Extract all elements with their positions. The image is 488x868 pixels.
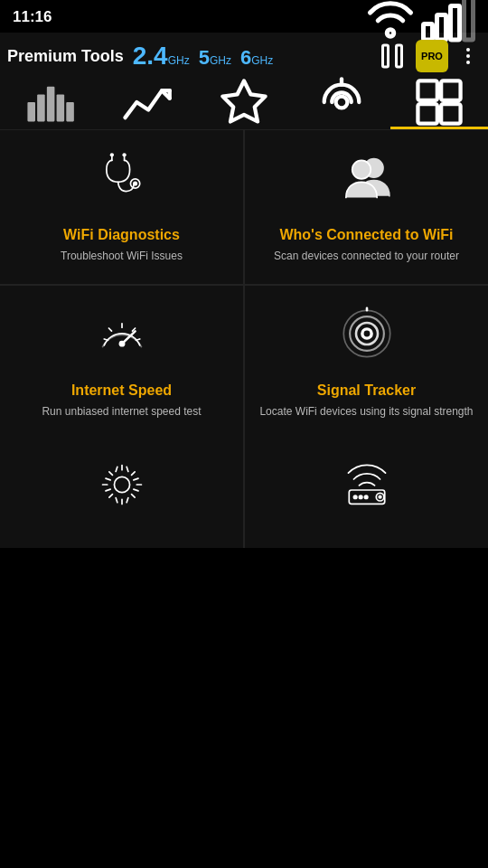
svg-point-21 bbox=[133, 182, 136, 184]
svg-rect-2 bbox=[451, 6, 460, 41]
tab-radar[interactable] bbox=[293, 80, 390, 129]
wifi-diagnostics-cell[interactable]: WiFi Diagnostics Troubleshoot WiFi Issue… bbox=[0, 130, 243, 284]
more-button[interactable] bbox=[455, 40, 481, 72]
app-title: Premium Tools bbox=[7, 47, 124, 66]
svg-point-45 bbox=[359, 495, 361, 498]
svg-rect-18 bbox=[418, 104, 436, 123]
svg-rect-3 bbox=[465, 0, 474, 40]
star-icon bbox=[217, 75, 271, 135]
svg-rect-10 bbox=[66, 102, 74, 121]
svg-point-24 bbox=[109, 153, 113, 156]
router-settings-cell[interactable] bbox=[245, 439, 488, 548]
internet-speed-desc: Run unbiased internet speed test bbox=[42, 404, 201, 420]
svg-rect-17 bbox=[441, 80, 460, 99]
speedometer-icon bbox=[95, 307, 149, 369]
status-bar: 11:16 bbox=[0, 0, 488, 33]
freq-2-4: 2.4 GHz bbox=[133, 43, 190, 69]
signal-tracker-cell[interactable]: Signal Tracker Locate WiFi devices using… bbox=[245, 286, 488, 439]
wifi-diagnostics-title: WiFi Diagnostics bbox=[63, 226, 180, 243]
trend-icon bbox=[119, 75, 174, 135]
freq-6-num: 6 bbox=[240, 46, 251, 70]
svg-point-43 bbox=[378, 495, 381, 499]
people-icon bbox=[340, 151, 394, 213]
pause-icon bbox=[376, 29, 408, 83]
whos-connected-desc: Scan devices connected to your router bbox=[274, 249, 459, 264]
svg-rect-19 bbox=[441, 104, 460, 123]
freq-2-4-unit: GHz bbox=[168, 54, 190, 67]
svg-point-44 bbox=[353, 495, 356, 498]
settings-cell[interactable] bbox=[0, 439, 243, 548]
router-gear-icon bbox=[340, 458, 394, 515]
freq-5-unit: GHz bbox=[210, 54, 231, 67]
svg-line-29 bbox=[108, 328, 111, 331]
radar-icon bbox=[314, 75, 369, 135]
svg-rect-4 bbox=[383, 45, 389, 67]
more-dot-2 bbox=[466, 54, 470, 58]
main-grid: WiFi Diagnostics Troubleshoot WiFi Issue… bbox=[0, 130, 488, 439]
signal-status-icon bbox=[421, 0, 475, 44]
nav-tabs bbox=[0, 80, 488, 130]
freq-2-4-num: 2.4 bbox=[133, 43, 168, 69]
grid-icon bbox=[412, 75, 466, 135]
svg-point-34 bbox=[118, 340, 125, 346]
svg-rect-6 bbox=[27, 102, 35, 121]
svg-rect-8 bbox=[47, 86, 55, 121]
svg-point-36 bbox=[356, 323, 378, 344]
pause-button[interactable] bbox=[376, 40, 408, 72]
svg-rect-0 bbox=[424, 24, 433, 41]
tab-grid[interactable] bbox=[390, 80, 488, 129]
signal-tracker-desc: Locate WiFi devices using its signal str… bbox=[259, 404, 473, 420]
svg-rect-5 bbox=[397, 45, 402, 67]
more-dot-1 bbox=[466, 48, 470, 52]
svg-point-46 bbox=[364, 495, 367, 498]
svg-point-25 bbox=[122, 153, 126, 156]
svg-point-35 bbox=[361, 328, 371, 337]
people-svg bbox=[340, 151, 394, 205]
svg-point-27 bbox=[352, 160, 371, 179]
internet-speed-cell[interactable]: Internet Speed Run unbiased internet spe… bbox=[0, 286, 243, 439]
whos-connected-cell[interactable]: Who's Connected to WiFi Scan devices con… bbox=[245, 130, 488, 284]
tab-bar-chart[interactable] bbox=[0, 80, 98, 129]
frequency-group: 2.4 GHz 5 GHz 6 GHz bbox=[133, 43, 376, 70]
svg-rect-16 bbox=[418, 80, 436, 99]
svg-rect-9 bbox=[57, 94, 65, 121]
signal-tracker-title: Signal Tracker bbox=[317, 382, 416, 399]
svg-rect-1 bbox=[437, 15, 446, 41]
gear-icon bbox=[95, 458, 149, 515]
internet-speed-title: Internet Speed bbox=[71, 382, 172, 399]
svg-marker-13 bbox=[222, 80, 265, 121]
freq-6-unit: GHz bbox=[251, 54, 273, 67]
more-dot-3 bbox=[466, 61, 470, 64]
wifi-diagnostics-desc: Troubleshoot WiFi Issues bbox=[61, 249, 183, 264]
pro-badge[interactable]: PRO bbox=[416, 40, 448, 72]
tab-star[interactable] bbox=[195, 80, 293, 129]
bottom-row bbox=[0, 439, 488, 548]
whos-connected-title: Who's Connected to WiFi bbox=[279, 226, 453, 243]
freq-5-num: 5 bbox=[199, 46, 210, 70]
freq-5: 5 GHz bbox=[199, 46, 231, 70]
freq-6: 6 GHz bbox=[240, 46, 273, 70]
toolbar-actions: PRO bbox=[376, 40, 481, 72]
svg-rect-7 bbox=[37, 94, 45, 121]
svg-point-40 bbox=[114, 476, 129, 492]
bar-chart-icon bbox=[22, 75, 76, 135]
svg-point-14 bbox=[336, 96, 348, 108]
toolbar: Premium Tools 2.4 GHz 5 GHz 6 GHz PRO bbox=[0, 33, 488, 80]
signal-rings-icon bbox=[340, 307, 394, 369]
status-time: 11:16 bbox=[13, 8, 52, 26]
stethoscope-icon bbox=[95, 151, 149, 213]
tab-trend[interactable] bbox=[98, 80, 195, 129]
